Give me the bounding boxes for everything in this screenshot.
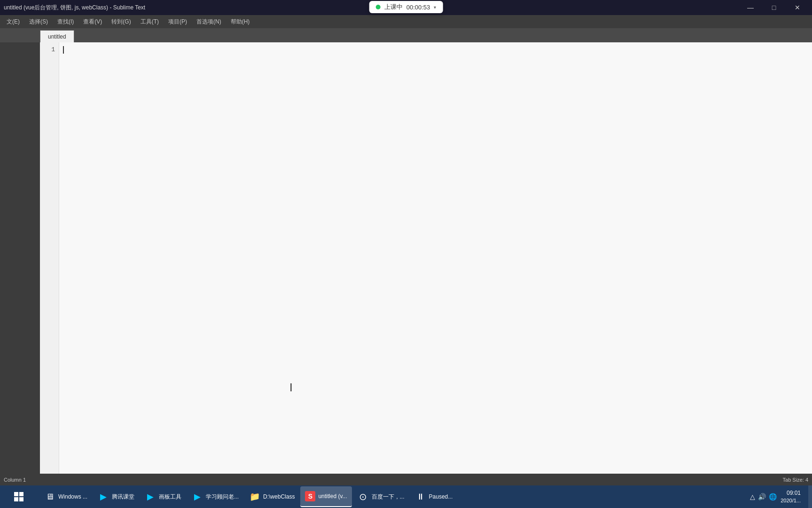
i-beam-cursor: I [289,381,293,394]
tab-untitled[interactable]: untitled [40,30,74,42]
taskbar-label-tencent: 腾讯课堂 [112,493,134,501]
cursor-position: Column 1 [4,477,26,483]
show-desktop-button[interactable] [808,485,812,508]
taskbar-item-chrome[interactable]: ⊙ 百度一下，... [353,486,409,507]
menu-preferences[interactable]: 首选项(N) [192,16,226,28]
system-clock[interactable]: 09:01 2020/1... [781,489,801,504]
taskbar-item-sublime[interactable]: S untitled (v... [300,486,351,507]
code-editor[interactable]: I [59,42,812,474]
maximize-button[interactable]: □ [763,0,785,15]
taskbar-label-windows: Windows ... [58,493,87,500]
taskbar: 🖥 Windows ... ▶ 腾讯课堂 ▶ 画板工具 ▶ 学习顾问老... 📁… [0,485,812,508]
tray-icon-speaker: 🔊 [758,493,766,500]
menu-file[interactable]: 文(E) [2,16,24,28]
svg-rect-1 [19,492,23,496]
taskbar-label-chrome: 百度一下，... [372,493,405,501]
class-time: 00:00:53 [406,4,430,11]
tray-icons[interactable]: △ 🔊 🌐 [750,493,777,500]
editor-container: 1 I [0,42,812,474]
status-bar: Column 1 Tab Size: 4 [0,474,812,485]
taskbar-item-paint[interactable]: ▶ 画板工具 [140,486,186,507]
taskbar-item-windows[interactable]: 🖥 Windows ... [39,486,92,507]
tray-icon-1: △ [750,493,755,500]
class-status: 上课中 [384,3,403,11]
windows-icon: 🖥 [44,491,55,502]
taskbar-items: 🖥 Windows ... ▶ 腾讯课堂 ▶ 画板工具 ▶ 学习顾问老... 📁… [38,485,744,508]
folder-icon: 📁 [249,491,260,502]
line-number-1: 1 [40,45,59,55]
sidebar [0,42,40,474]
cursor-line [63,45,808,54]
menu-select[interactable]: 选择(S) [24,16,53,28]
text-cursor [63,46,64,54]
paint-icon: ▶ [145,491,156,502]
title-bar: untitled (vue后台管理, 饼图, js, webClass) - S… [0,0,812,15]
system-tray: △ 🔊 🌐 09:01 2020/1... [744,489,806,504]
menu-tools[interactable]: 工具(T) [136,16,164,28]
svg-rect-3 [19,497,23,501]
clock-time: 09:01 [781,489,801,497]
menu-goto[interactable]: 转到(G) [107,16,135,28]
svg-rect-2 [14,497,18,501]
tray-icon-network: 🌐 [769,493,777,500]
tab-size: Tab Size: 4 [783,477,808,483]
taskbar-item-folder[interactable]: 📁 D:\webClass [244,486,299,507]
close-button[interactable]: ✕ [787,0,808,15]
taskbar-item-paused[interactable]: ⏸ Paused... [410,486,458,507]
menu-bar: 文(E) 选择(S) 查找(I) 查看(V) 转到(G) 工具(T) 项目(P)… [0,15,812,28]
minimize-button[interactable]: — [740,0,761,15]
taskbar-item-tencent[interactable]: ▶ 腾讯课堂 [93,486,139,507]
taskbar-label-paused: Paused... [429,493,453,500]
taskbar-label-folder: D:\webClass [263,493,295,500]
study-icon: ▶ [192,491,203,502]
taskbar-label-paint: 画板工具 [159,493,181,501]
sublime-icon: S [305,491,315,501]
taskbar-label-study: 学习顾问老... [206,493,239,501]
tencent-icon: ▶ [98,491,109,502]
menu-help[interactable]: 帮助(H) [226,16,255,28]
window-controls: — □ ✕ [740,0,808,15]
clock-date: 2020/1... [781,497,801,504]
chrome-icon: ⊙ [358,491,369,502]
menu-view[interactable]: 查看(V) [78,16,107,28]
taskbar-item-study[interactable]: ▶ 学习顾问老... [187,486,243,507]
svg-rect-0 [14,492,18,496]
menu-project[interactable]: 项目(P) [164,16,192,28]
chevron-down-icon[interactable]: ▾ [434,5,436,10]
start-button[interactable] [0,485,38,508]
menu-find[interactable]: 查找(I) [53,16,78,28]
tab-bar: untitled [0,28,812,42]
taskbar-label-sublime: untitled (v... [318,493,347,500]
paused-icon: ⏸ [415,491,426,502]
window-title: untitled (vue后台管理, 饼图, js, webClass) - S… [4,4,145,12]
line-numbers: 1 [40,42,59,474]
status-dot [376,5,381,9]
class-timer[interactable]: 上课中 00:00:53 ▾ [369,1,443,13]
